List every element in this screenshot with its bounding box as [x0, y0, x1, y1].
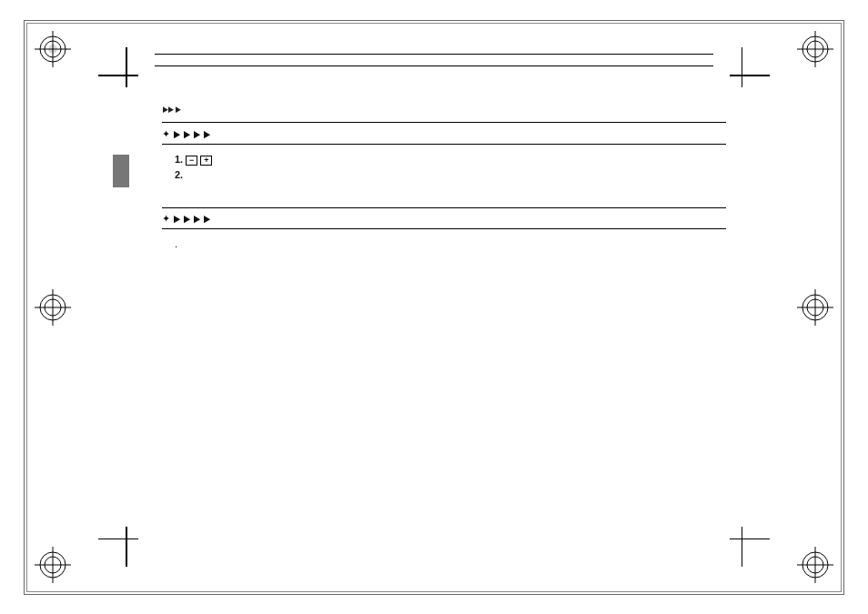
triangle-icon: ▶ [193, 213, 199, 224]
triangle-icon: ▶ [183, 213, 189, 224]
info-icon: ✦ [162, 128, 173, 139]
section-title-adjust-time [162, 119, 726, 123]
crop-mark-icon [715, 47, 770, 102]
triangle-icon: ▶ [174, 128, 180, 139]
nav-path: ✦ ▶ ▶ ▶ ▶ [162, 210, 726, 229]
info-icon: ✦ [162, 213, 173, 224]
registration-mark-icon [797, 289, 833, 326]
imposition-header [155, 50, 713, 66]
chapter-tab [113, 155, 129, 187]
triangle-icon: ▶ [183, 128, 189, 139]
triangle-icon: ▶ [176, 105, 181, 114]
section-title-resetting [162, 205, 726, 208]
step-list: 1. − + 2. [175, 152, 212, 183]
triangle-icon: ▶▶ [163, 105, 174, 114]
svg-point-4 [48, 45, 57, 54]
registration-mark-icon [797, 547, 833, 583]
page-content: ▶▶▶ ✦ ▶ ▶ ▶ ▶ 1. − + 2. ✦ ▶ [162, 104, 726, 252]
registration-mark-icon [35, 31, 71, 67]
registration-mark-icon [35, 547, 71, 583]
triangle-icon: ▶ [203, 128, 209, 139]
crop-mark-icon [715, 512, 770, 567]
registration-mark-icon [35, 289, 71, 326]
crop-mark-icon [98, 512, 153, 567]
crop-mark-icon [98, 47, 153, 102]
plus-icon: + [200, 156, 212, 166]
nav-path: ✦ ▶ ▶ ▶ ▶ [162, 126, 726, 145]
breadcrumb: ▶▶▶ [162, 104, 726, 114]
triangle-icon: ▶ [174, 213, 180, 224]
registration-mark-icon [797, 31, 833, 67]
triangle-icon: ▶ [203, 213, 209, 224]
minus-icon: − [186, 156, 197, 166]
step-list: . [175, 237, 177, 252]
triangle-icon: ▶ [193, 128, 199, 139]
